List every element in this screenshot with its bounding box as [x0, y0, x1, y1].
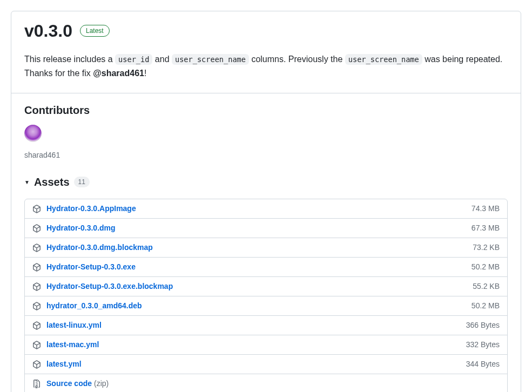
package-icon — [32, 321, 41, 330]
asset-download-link[interactable]: Source code — [46, 379, 92, 388]
asset-download-link[interactable]: Hydrator-Setup-0.3.0.exe — [46, 262, 136, 271]
latest-badge: Latest — [80, 25, 110, 37]
asset-row: Hydrator-0.3.0.AppImage74.3 MB — [25, 199, 507, 218]
assets-section: ▼ Assets 11 Hydrator-0.3.0.AppImage74.3 … — [24, 172, 508, 392]
asset-name: Hydrator-0.3.0.dmg — [46, 222, 466, 234]
asset-download-link[interactable]: Hydrator-0.3.0.dmg.blockmap — [46, 243, 153, 252]
package-icon — [32, 244, 41, 252]
release-title-row: v0.3.0 Latest — [24, 20, 508, 42]
asset-name: Hydrator-Setup-0.3.0.exe.blockmap — [46, 281, 467, 292]
asset-download-link[interactable]: latest-linux.yml — [46, 321, 102, 329]
caret-down-icon: ▼ — [24, 178, 30, 186]
desc-code: user_id — [115, 54, 152, 65]
asset-name: Hydrator-Setup-0.3.0.exe — [46, 261, 466, 273]
release-header: v0.3.0 Latest This release includes a us… — [11, 11, 521, 93]
contributor-name: sharad461 — [24, 150, 508, 161]
asset-size: 366 Bytes — [466, 320, 500, 331]
asset-row: Hydrator-Setup-0.3.0.exe50.2 MB — [25, 257, 507, 276]
desc-text: columns. Previously the — [249, 55, 345, 64]
asset-size: 67.3 MB — [472, 222, 500, 234]
asset-name: Hydrator-0.3.0.dmg.blockmap — [46, 242, 467, 253]
package-icon — [32, 263, 41, 272]
file-zip-icon — [32, 380, 41, 388]
release-card: v0.3.0 Latest This release includes a us… — [11, 11, 521, 392]
asset-name: latest-mac.yml — [46, 339, 461, 350]
asset-download-link[interactable]: Hydrator-0.3.0.dmg — [46, 224, 116, 232]
asset-row: Hydrator-0.3.0.dmg.blockmap73.2 KB — [25, 238, 507, 257]
user-mention-link[interactable]: @sharad461 — [93, 69, 144, 78]
asset-size: 344 Bytes — [466, 359, 500, 370]
desc-text: and — [152, 55, 172, 64]
package-icon — [32, 341, 41, 349]
contributors-heading: Contributors — [24, 102, 508, 118]
asset-size: 50.2 MB — [472, 300, 500, 312]
asset-size: 73.2 KB — [473, 242, 500, 253]
asset-download-link[interactable]: hydrator_0.3.0_amd64.deb — [46, 301, 142, 310]
package-icon — [32, 282, 41, 291]
asset-row: latest-mac.yml332 Bytes — [25, 335, 507, 354]
package-icon — [32, 360, 41, 369]
release-title: v0.3.0 — [24, 20, 72, 42]
asset-name: latest.yml — [46, 359, 461, 370]
assets-toggle[interactable]: ▼ Assets 11 — [24, 172, 508, 192]
release-description: This release includes a user_id and user… — [24, 52, 508, 80]
contributor-avatar-link[interactable] — [24, 139, 42, 148]
asset-row: Source code(zip) — [25, 374, 507, 392]
asset-name: Hydrator-0.3.0.AppImage — [46, 203, 466, 214]
asset-download-link[interactable]: latest-mac.yml — [46, 340, 99, 349]
desc-code: user_screen_name — [345, 54, 422, 65]
asset-row: Hydrator-0.3.0.dmg67.3 MB — [25, 218, 507, 238]
assets-label: Assets — [34, 174, 70, 190]
contributors-section: Contributors sharad461 ▼ Assets 11 Hydra… — [11, 93, 521, 392]
asset-type-label: (zip) — [94, 379, 109, 388]
asset-size: 50.2 MB — [472, 261, 500, 273]
asset-name: Source code(zip) — [46, 378, 494, 389]
package-icon — [32, 302, 41, 310]
assets-count-badge: 11 — [74, 177, 90, 187]
avatar — [24, 125, 42, 142]
asset-size: 74.3 MB — [472, 203, 500, 214]
desc-text: ! — [144, 69, 146, 78]
asset-download-link[interactable]: Hydrator-0.3.0.AppImage — [46, 204, 136, 213]
package-icon — [32, 224, 41, 233]
asset-name: latest-linux.yml — [46, 320, 461, 331]
package-icon — [32, 205, 41, 213]
asset-download-link[interactable]: Hydrator-Setup-0.3.0.exe.blockmap — [46, 282, 173, 290]
asset-download-link[interactable]: latest.yml — [46, 360, 82, 368]
assets-list: Hydrator-0.3.0.AppImage74.3 MBHydrator-0… — [24, 199, 508, 392]
asset-size: 55.2 KB — [473, 281, 500, 292]
asset-row: Hydrator-Setup-0.3.0.exe.blockmap55.2 KB — [25, 276, 507, 296]
asset-name: hydrator_0.3.0_amd64.deb — [46, 300, 466, 312]
asset-row: latest.yml344 Bytes — [25, 354, 507, 374]
desc-code: user_screen_name — [172, 54, 249, 65]
desc-text: This release includes a — [24, 55, 115, 64]
asset-size: 332 Bytes — [466, 339, 500, 350]
asset-row: latest-linux.yml366 Bytes — [25, 315, 507, 335]
asset-row: hydrator_0.3.0_amd64.deb50.2 MB — [25, 296, 507, 315]
